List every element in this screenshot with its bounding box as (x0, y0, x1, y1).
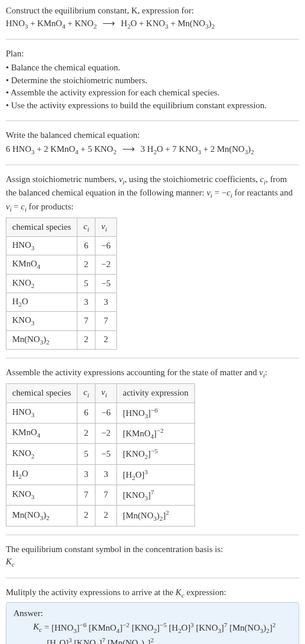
stoich-table: chemical species ci νi HNO3 6 −6 KMnO4 2… (6, 218, 117, 350)
cell-species: HNO3 (6, 237, 77, 255)
cell-ci: 7 (77, 312, 95, 330)
title-equation: HNO3 + KMnO4 + KNO2 ⟶ H2O + KNO3 + Mn(NO… (6, 19, 215, 28)
cell-vi: −2 (95, 255, 117, 274)
cell-vi: 7 (95, 312, 117, 330)
kc-symbol-section: The equilibrium constant symbol in the c… (6, 543, 299, 570)
table-row: H2O 3 3 [H2O]3 (6, 464, 195, 485)
table-row: Mn(NO3)2 2 2 (6, 330, 117, 349)
cell-activity: [KMnO4]−2 (116, 423, 194, 443)
col-vi: νi (95, 218, 117, 236)
cell-ci: 5 (77, 274, 95, 293)
cell-ci: 2 (77, 423, 95, 443)
balanced-label: Write the balanced chemical equation: (6, 129, 299, 142)
multiply-intro: Mulitply the activity expressions to arr… (6, 586, 299, 600)
plan-label: Plan: (6, 48, 299, 61)
cell-vi: −2 (95, 423, 117, 443)
col-ci: ci (77, 218, 95, 236)
table-row: KMnO4 2 −2 [KMnO4]−2 (6, 423, 195, 443)
cell-species: Mn(NO3)2 (6, 506, 77, 526)
plan-item: • Assemble the activity expression for e… (6, 87, 299, 99)
activity-table: chemical species ci νi activity expressi… (6, 383, 195, 526)
stoich-section: Assign stoichiometric numbers, νi, using… (6, 173, 299, 350)
cell-species: KMnO4 (6, 423, 77, 443)
col-species: chemical species (6, 218, 77, 236)
balanced-equation: 6 HNO3 + 2 KMnO4 + 5 KNO2 ⟶ 3 H2O + 7 KN… (6, 143, 299, 156)
cell-species: H2O (6, 293, 77, 312)
cell-vi: 2 (95, 506, 117, 526)
cell-species: KNO3 (6, 485, 77, 505)
problem-title: Construct the equilibrium constant, K, e… (6, 5, 299, 31)
col-species: chemical species (6, 384, 77, 403)
cell-ci: 2 (77, 255, 95, 274)
plan-item: • Determine the stoichiometric numbers. (6, 74, 299, 87)
cell-ci: 2 (77, 330, 95, 349)
balanced-section: Write the balanced chemical equation: 6 … (6, 129, 299, 156)
cell-ci: 2 (77, 506, 95, 526)
cell-vi: −6 (95, 403, 117, 423)
cell-ci: 3 (77, 293, 95, 312)
answer-fraction: = [H2O]3 [KNO3]7 [Mn(NO3)2]2 [HNO3]6 [KM… (13, 635, 292, 644)
cell-activity: [H2O]3 (116, 464, 194, 485)
cell-activity: [Mn(NO3)2]2 (116, 506, 194, 526)
table-row: KNO2 5 −5 (6, 274, 117, 293)
table-row: KNO3 7 7 (6, 312, 117, 330)
cell-species: KNO2 (6, 444, 77, 464)
cell-species: KMnO4 (6, 255, 77, 274)
table-row: HNO3 6 −6 (6, 237, 117, 255)
cell-vi: −5 (95, 274, 117, 293)
activity-section: Assemble the activity expressions accoun… (6, 367, 299, 526)
cell-species: KNO3 (6, 312, 77, 330)
cell-ci: 6 (77, 403, 95, 423)
col-activity: activity expression (116, 384, 194, 403)
table-header-row: chemical species ci νi activity expressi… (6, 384, 195, 403)
cell-species: HNO3 (6, 403, 77, 423)
cell-ci: 5 (77, 444, 95, 464)
cell-ci: 6 (77, 237, 95, 255)
cell-vi: −5 (95, 444, 117, 464)
cell-activity: [KNO2]−5 (116, 444, 194, 464)
cell-activity: [KNO3]7 (116, 485, 194, 505)
plan-item: • Balance the chemical equation. (6, 62, 299, 74)
table-row: Mn(NO3)2 2 2 [Mn(NO3)2]2 (6, 506, 195, 526)
col-vi: νi (95, 384, 117, 403)
table-row: KNO3 7 7 [KNO3]7 (6, 485, 195, 505)
answer-expression: Kc = [HNO3]−6 [KMnO4]−2 [KNO2]−5 [H2O]3 … (13, 620, 292, 635)
plan-item: • Use the activity expressions to build … (6, 99, 299, 112)
cell-vi: 3 (95, 464, 117, 485)
title-text: Construct the equilibrium constant, K, e… (6, 6, 194, 15)
cell-vi: 2 (95, 330, 117, 349)
table-header-row: chemical species ci νi (6, 218, 117, 236)
table-row: KMnO4 2 −2 (6, 255, 117, 274)
activity-intro: Assemble the activity expressions accoun… (6, 367, 299, 380)
answer-box: Answer: Kc = [HNO3]−6 [KMnO4]−2 [KNO2]−5… (6, 602, 299, 644)
cell-vi: 7 (95, 485, 117, 505)
table-row: H2O 3 3 (6, 293, 117, 312)
cell-ci: 3 (77, 464, 95, 485)
cell-species: Mn(NO3)2 (6, 330, 77, 349)
cell-species: H2O (6, 464, 77, 485)
kc-symbol-intro: The equilibrium constant symbol in the c… (6, 543, 299, 556)
col-ci: ci (77, 384, 95, 403)
answer-label: Answer: (13, 607, 292, 620)
cell-vi: −6 (95, 237, 117, 255)
table-row: KNO2 5 −5 [KNO2]−5 (6, 444, 195, 464)
cell-vi: 3 (95, 293, 117, 312)
cell-species: KNO2 (6, 274, 77, 293)
table-row: HNO3 6 −6 [HNO3]−6 (6, 403, 195, 423)
cell-ci: 7 (77, 485, 95, 505)
stoich-intro: Assign stoichiometric numbers, νi, using… (6, 173, 299, 214)
cell-activity: [HNO3]−6 (116, 403, 194, 423)
kc-symbol: Kc (6, 556, 299, 569)
plan-section: Plan: • Balance the chemical equation. •… (6, 48, 299, 112)
